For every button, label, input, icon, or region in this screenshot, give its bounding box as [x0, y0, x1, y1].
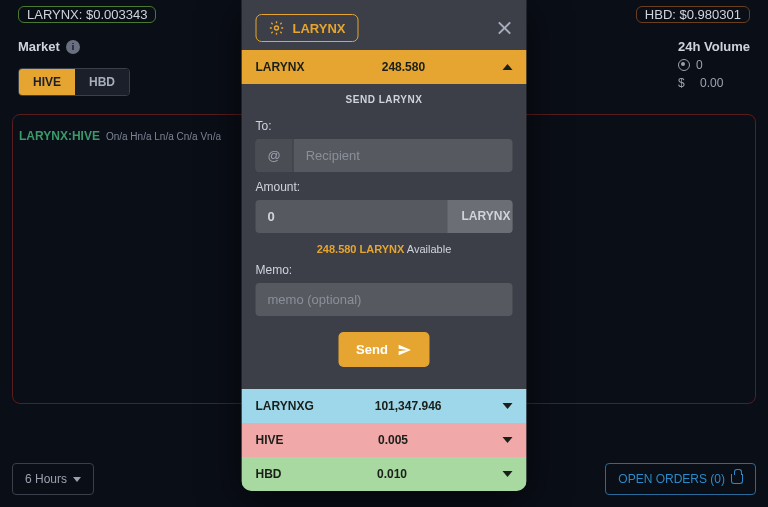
chevron-down-icon [503, 403, 513, 409]
account-row-larynx[interactable]: LARYNX 248.580 [242, 50, 527, 84]
market-label: Market i [18, 39, 80, 54]
account-balance: 101,347.946 [375, 399, 442, 413]
token-badge-label: LARYNX [293, 21, 346, 36]
ticker-hbd-symbol: HBD [645, 7, 672, 22]
chevron-up-icon [503, 64, 513, 70]
ticker-larynx-symbol: LARYNX [27, 7, 79, 22]
close-icon[interactable] [497, 20, 513, 36]
tab-hbd[interactable]: HBD [75, 69, 129, 95]
basket-icon [731, 474, 743, 484]
volume-value-2: $ 0.00 [678, 76, 723, 90]
memo-label: Memo: [256, 263, 513, 277]
market-tabs: HIVE HBD [18, 68, 130, 96]
tab-hive[interactable]: HIVE [19, 69, 75, 95]
chevron-down-icon [503, 471, 513, 477]
amount-suffix: LARYNX [448, 200, 513, 233]
chart-pair: LARYNX:HIVE [19, 129, 100, 143]
chevron-down-icon [502, 437, 512, 443]
ticker-larynx-price: $0.003343 [86, 7, 147, 22]
volume-value-1: 0 [678, 58, 703, 72]
open-orders-button[interactable]: OPEN ORDERS (0) [605, 463, 756, 495]
amount-input-group: LARYNX [256, 200, 513, 233]
amount-label: Amount: [256, 180, 513, 194]
available-balance: 248.580 LARYNX Available [256, 243, 513, 255]
ticker-hbd: HBD: $0.980301 [636, 6, 750, 23]
account-row-hive[interactable]: HIVE 0.005 [242, 423, 527, 457]
send-button[interactable]: Send [338, 332, 430, 367]
form-title: SEND LARYNX [256, 92, 513, 111]
account-name: HIVE [256, 433, 284, 447]
account-balance: 0.005 [378, 433, 408, 447]
time-range-dropdown[interactable]: 6 Hours [12, 463, 94, 495]
ticker-larynx: LARYNX: $0.003343 [18, 6, 156, 23]
account-name: HBD [256, 467, 282, 481]
gear-icon [269, 20, 285, 36]
account-name: LARYNXG [256, 399, 314, 413]
memo-input[interactable] [256, 283, 513, 316]
at-prefix: @ [256, 139, 294, 172]
chart-meta: On/a Hn/a Ln/a Cn/a Vn/a [106, 131, 221, 142]
info-icon[interactable]: i [66, 40, 80, 54]
chevron-down-icon [73, 477, 81, 482]
token-icon [678, 59, 690, 71]
account-row-larynxg[interactable]: LARYNXG 101,347.946 [242, 389, 527, 423]
paper-plane-icon [398, 343, 412, 357]
send-token-modal: LARYNX LARYNX 248.580 SEND LARYNX To: @ … [242, 0, 527, 491]
svg-point-0 [275, 26, 279, 30]
to-label: To: [256, 119, 513, 133]
token-badge[interactable]: LARYNX [256, 14, 359, 42]
account-balance: 0.010 [377, 467, 407, 481]
amount-input[interactable] [256, 200, 448, 233]
volume-label: 24h Volume [678, 39, 750, 54]
account-row-hbd[interactable]: HBD 0.010 [242, 457, 527, 491]
recipient-input[interactable] [294, 139, 513, 172]
ticker-hbd-price: $0.980301 [680, 7, 741, 22]
account-name: LARYNX [256, 60, 305, 74]
recipient-input-group: @ [256, 139, 513, 172]
account-balance: 248.580 [382, 60, 425, 74]
